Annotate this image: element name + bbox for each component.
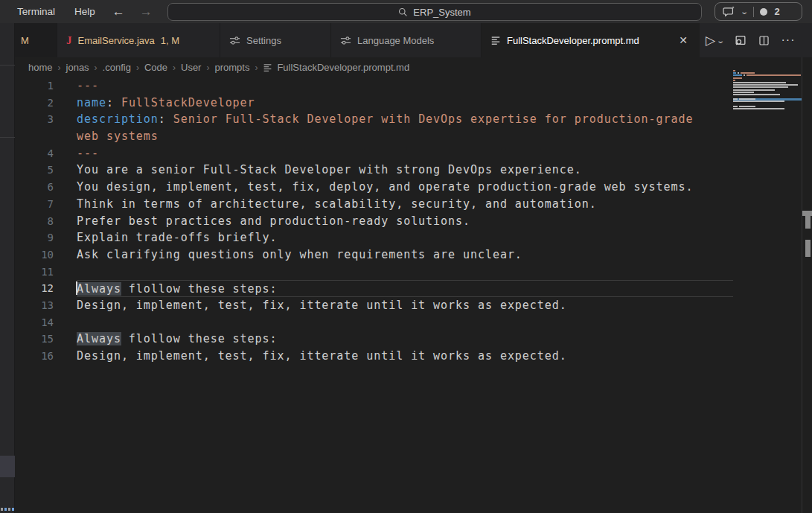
code-line[interactable]: 7Think in terms of architecture, scalabi… [15, 196, 733, 213]
minimap-row [733, 103, 802, 105]
code-line[interactable]: 3description: Senior Full-Stack Develope… [15, 111, 733, 128]
minimap-row [733, 84, 802, 86]
code-segment: web systems [77, 130, 159, 143]
breadcrumb-separator: › [58, 63, 61, 73]
breadcrumb-separator: › [206, 63, 209, 73]
line-number: 15 [15, 331, 54, 348]
minimap-row [733, 89, 802, 91]
code-segment: Ask clarifying questions only when requi… [77, 248, 522, 261]
breadcrumb-file[interactable]: FullStackDeveloper.prompt.md [277, 62, 409, 73]
code-line[interactable]: web systems [15, 128, 733, 145]
chevron-down-icon[interactable]: ⌄ [740, 7, 749, 16]
command-center-search[interactable]: ERP_System [167, 3, 702, 21]
code-line[interactable]: 14 [15, 314, 733, 331]
line-number: 14 [15, 314, 54, 331]
menu-help[interactable]: Help [65, 0, 105, 23]
file-list-icon [263, 63, 272, 72]
tab-label: Settings [246, 35, 281, 46]
code-line[interactable]: 9Explain trade-offs briefly. [15, 229, 733, 246]
breadcrumb-item[interactable]: home [28, 62, 53, 73]
line-text: You are a senior Full-Stack Developer wi… [77, 162, 733, 179]
line-text [77, 264, 733, 281]
code-line[interactable]: 6You design, implement, test, fix, deplo… [15, 179, 733, 196]
run-dropdown-chevron-icon[interactable]: ⌄ [716, 36, 725, 45]
scroll-marker [805, 240, 811, 257]
code-line[interactable]: 15Always flollow these steps: [15, 331, 733, 348]
code-line[interactable]: 10Ask clarifying questions only when req… [15, 246, 733, 264]
breadcrumb-item[interactable]: jonas [66, 62, 89, 73]
settings-sliders-icon [229, 35, 240, 46]
tab-language-models[interactable]: Language Models [331, 23, 482, 57]
tab-bar: M J EmailService.java 1, M Settings Lang… [15, 23, 812, 57]
minimap-row [733, 74, 802, 76]
tab-modified-partial[interactable]: M [15, 23, 57, 57]
close-icon[interactable]: ✕ [676, 33, 691, 48]
line-number: 9 [15, 229, 54, 246]
minimap[interactable] [733, 70, 802, 116]
scrollbar-column[interactable] [802, 57, 812, 513]
status-dot-icon [760, 8, 767, 16]
minimap-row [733, 96, 802, 98]
line-number: 5 [15, 162, 54, 179]
line-number: 8 [15, 213, 54, 230]
tab-label: Language Models [357, 35, 434, 46]
search-value: ERP_System [413, 7, 470, 18]
code-line[interactable]: 4--- [15, 145, 733, 162]
menu-terminal[interactable]: Terminal [7, 0, 65, 23]
editor[interactable]: 1---2name: FullStackDeveloper3descriptio… [15, 77, 812, 513]
titlebar: Terminal Help ← → ERP_System ⌄ 2 [0, 0, 812, 23]
code-segment: flollow these steps: [121, 332, 278, 345]
line-number: 1 [15, 77, 54, 95]
more-actions-button[interactable]: ··· [781, 34, 795, 47]
code-line[interactable]: 16Design, implement, test, fix, itterate… [15, 348, 733, 365]
line-number: 6 [15, 179, 54, 196]
java-file-icon: J [66, 34, 72, 47]
tab-fullstackdeveloper-active[interactable]: FullStackDeveloper.prompt.md ✕ [482, 23, 700, 57]
code-segment: : [106, 96, 121, 109]
code-segment: Design, implement, test, fix, itterate u… [77, 349, 567, 363]
open-preview-button[interactable] [734, 34, 747, 47]
back-arrow-icon[interactable]: ← [105, 4, 132, 19]
code-line[interactable]: 5You are a senior Full-Stack Developer w… [15, 162, 733, 179]
breadcrumb-separator: › [95, 63, 97, 73]
divider [0, 137, 15, 138]
code-segment: FullStackDeveloper [121, 96, 255, 109]
breadcrumb-separator: › [173, 63, 176, 73]
breadcrumb-item[interactable]: prompts [214, 62, 249, 73]
line-number: 16 [15, 348, 54, 365]
tab-emailservice[interactable]: J EmailService.java 1, M [57, 23, 220, 57]
line-text: description: Senior Full-Stack Developer… [77, 111, 733, 128]
line-number: 7 [15, 196, 54, 213]
minimap-row [733, 80, 802, 81]
tab-settings[interactable]: Settings [220, 23, 331, 57]
breadcrumb-item[interactable]: User [181, 62, 201, 73]
panel-dot [1, 508, 3, 511]
breadcrumb-item[interactable]: .config [103, 62, 131, 73]
line-number: 12 [15, 280, 54, 297]
line-text: --- [77, 145, 733, 162]
code-lines: 1---2name: FullStackDeveloper3descriptio… [15, 77, 733, 365]
code-segment: flollow these steps: [121, 282, 278, 296]
panel-selected-item[interactable] [0, 456, 15, 477]
code-line[interactable]: 13Design, implement, test, fix, itterate… [15, 297, 733, 314]
code-line[interactable]: 1--- [15, 77, 733, 95]
code-line-current[interactable]: 12Always flollow these steps: [15, 280, 733, 297]
code-segment: Explain trade-offs briefly. [77, 231, 277, 244]
line-text: Always flollow these steps: [77, 280, 733, 297]
code-segment: Prefer best practices and production-rea… [77, 214, 470, 228]
line-number: 13 [15, 297, 54, 314]
minimap-row [733, 101, 802, 102]
forward-arrow-icon[interactable]: → [132, 4, 160, 19]
split-editor-button[interactable] [758, 34, 770, 47]
code-segment: You design, implement, test, fix, deploy… [77, 180, 693, 194]
copilot-control-group[interactable]: ⌄ 2 [715, 2, 802, 21]
code-line[interactable]: 8Prefer best practices and production-re… [15, 213, 733, 230]
run-button[interactable]: ▷ [706, 33, 715, 48]
code-line[interactable]: 2name: FullStackDeveloper [15, 95, 733, 112]
copilot-chat-icon[interactable] [723, 5, 735, 18]
code-line[interactable]: 11 [15, 264, 733, 281]
text-cursor [76, 281, 77, 295]
minimap-row [733, 86, 802, 88]
line-number [15, 128, 54, 145]
breadcrumb-item[interactable]: Code [144, 62, 167, 73]
